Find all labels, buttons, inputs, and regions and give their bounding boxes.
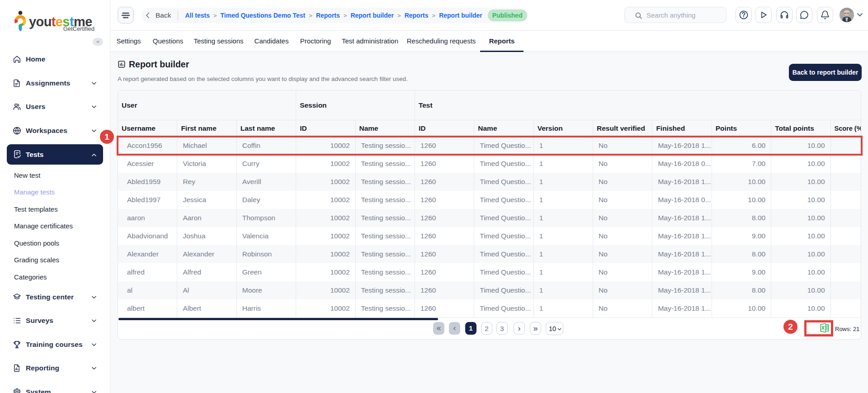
- svg-text:GetCertified: GetCertified: [63, 25, 94, 32]
